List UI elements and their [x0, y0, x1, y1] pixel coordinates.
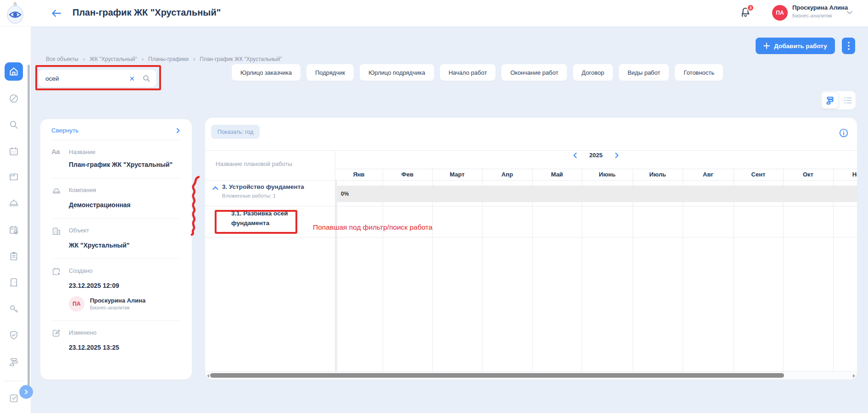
month-header: Янв: [335, 169, 383, 180]
filter-chip-contractor[interactable]: Подрядчик: [306, 64, 354, 81]
month-header: Сент: [734, 169, 783, 180]
user-avatar[interactable]: ПА: [772, 5, 788, 21]
field-label: Объект: [69, 226, 181, 236]
field-object: Объект ЖК "Хрустальный": [51, 218, 181, 259]
creator-avatar: ПА: [69, 296, 84, 312]
chevron-right-icon[interactable]: [175, 127, 181, 134]
user-role: Бизнес-аналитик: [792, 13, 832, 18]
breadcrumb-item[interactable]: План-график ЖК "Хрустальный": [200, 56, 282, 62]
key-icon: [8, 303, 19, 314]
scale-chip[interactable]: Показать: год: [211, 125, 260, 139]
chevron-right-icon: [23, 389, 29, 395]
field-label: Изменено: [69, 328, 181, 338]
tree-column-scrollbar[interactable]: [335, 181, 337, 371]
sidebar-item-construction[interactable]: [8, 198, 19, 209]
sidebar-item-tasks-board[interactable]: [8, 251, 19, 262]
month-header: Июль: [633, 169, 683, 180]
filter-chip-start[interactable]: Начало работ: [440, 64, 496, 81]
sidebar-item-schedules[interactable]: [8, 225, 19, 236]
progress-value: 0%: [341, 191, 349, 197]
top-bar: План-график ЖК "Хрустальный" 3 ПА Проску…: [0, 0, 868, 27]
horizontal-scrollbar-thumb[interactable]: [210, 373, 784, 378]
filter-chip-customer-entity[interactable]: Юрлицо заказчика: [232, 64, 300, 81]
sidebar-item-security[interactable]: [8, 330, 19, 341]
checkbox-icon: [8, 393, 19, 404]
scroll-left-arrow-icon[interactable]: [206, 374, 210, 378]
search-icon: [8, 119, 19, 130]
breadcrumb-separator: ›: [83, 55, 85, 62]
field-label: Создано: [69, 266, 181, 276]
notifications-bell-icon[interactable]: 3: [740, 6, 753, 20]
month-header: Ноя: [833, 169, 857, 180]
sidebar-item-browse[interactable]: [8, 93, 19, 104]
prev-year-chevron-left-icon[interactable]: [573, 152, 578, 159]
edit-icon: [51, 328, 61, 338]
view-toggle: [821, 91, 856, 110]
creator-name: Проскурина Алина: [90, 297, 145, 304]
collapse-row-chevron-up-icon[interactable]: [212, 186, 219, 191]
field-value: Демонстрационная: [69, 201, 181, 209]
work-row-title[interactable]: 3. Устройство фундамента: [222, 183, 304, 190]
sidebar-item-calendar[interactable]: [8, 146, 19, 157]
tree-column-header: Название плановой работы: [216, 160, 292, 167]
month-header: Июнь: [582, 169, 633, 180]
sidebar-item-approvals[interactable]: [8, 393, 19, 404]
field-name: Aa Название План-график ЖК "Хрустальный": [51, 140, 181, 178]
grid-line: [205, 237, 857, 237]
breadcrumb-item[interactable]: Планы-графики: [148, 56, 189, 62]
sidebar-scrollbar[interactable]: [28, 65, 30, 392]
field-label: Название: [69, 148, 181, 155]
sidebar-item-rooms[interactable]: [8, 277, 19, 288]
plus-icon: [763, 43, 770, 49]
sidebar-item-search[interactable]: [8, 119, 19, 130]
user-menu-chevron-down-icon[interactable]: [846, 10, 853, 15]
field-created: Создано 23.12.2025 12:09 ПА Проскурина А…: [51, 259, 181, 320]
next-year-chevron-right-icon[interactable]: [614, 152, 619, 159]
sidebar-item-gantt[interactable]: [8, 356, 19, 367]
card-icon: [8, 171, 19, 182]
back-button[interactable]: [50, 8, 62, 19]
month-header: Апр: [482, 169, 532, 180]
shield-check-icon: [8, 330, 19, 341]
building-icon: [51, 226, 61, 236]
scroll-right-arrow-icon[interactable]: [852, 374, 856, 378]
sidebar-item-keys[interactable]: [8, 303, 19, 314]
search-icon[interactable]: [142, 74, 150, 83]
search-box: ✕: [39, 70, 156, 87]
gantt-view-button[interactable]: [822, 93, 838, 108]
filter-chip-readiness[interactable]: Готовность: [675, 64, 723, 81]
expand-sidebar-button[interactable]: [19, 385, 33, 399]
work-row-subtitle: Вложенные работы: 1: [222, 193, 276, 198]
text-field-icon: Aa: [51, 148, 69, 155]
info-icon[interactable]: [839, 128, 849, 138]
sidebar-item-projects[interactable]: [8, 171, 19, 182]
calendar-icon: [8, 146, 19, 157]
year-navigation: 2025: [559, 152, 633, 159]
filter-chip-end[interactable]: Окончание работ: [501, 64, 567, 81]
gantt-bars-icon: [8, 356, 19, 367]
breadcrumb-item[interactable]: Все объекты: [46, 56, 78, 62]
compass-icon: [8, 93, 19, 104]
month-header: Март: [432, 169, 482, 180]
field-label: Компания: [69, 186, 181, 196]
more-actions-button[interactable]: [842, 38, 855, 54]
filter-chip-contractor-entity[interactable]: Юрлицо подрядчика: [360, 64, 434, 81]
sidebar-item-home[interactable]: [5, 62, 23, 81]
search-input[interactable]: [45, 75, 127, 83]
list-view-button[interactable]: [840, 93, 856, 108]
work-row-title[interactable]: 3.1. Разбивка осей фундамента: [231, 209, 302, 228]
gantt-card: Показать: год Название плановой работы 2…: [205, 118, 857, 380]
calendar-plus-icon: [51, 266, 61, 276]
breadcrumb-separator: ›: [193, 55, 195, 62]
grid-line: [205, 150, 857, 151]
collapse-panel-link[interactable]: Свернуть: [51, 127, 78, 134]
breadcrumb-item[interactable]: ЖК "Хрустальный": [89, 56, 137, 62]
filter-chip-contract[interactable]: Договор: [573, 64, 613, 81]
month-header: Фев: [383, 169, 432, 180]
clear-search-icon[interactable]: ✕: [129, 75, 135, 82]
add-work-button[interactable]: Добавить работу: [756, 38, 835, 54]
progress-band[interactable]: 0%: [337, 186, 857, 202]
filter-chip-work-types[interactable]: Виды работ: [619, 64, 669, 81]
field-value: 23.12.2025 12:09: [69, 281, 181, 290]
field-value: 23.12.2025 13:25: [69, 343, 181, 352]
